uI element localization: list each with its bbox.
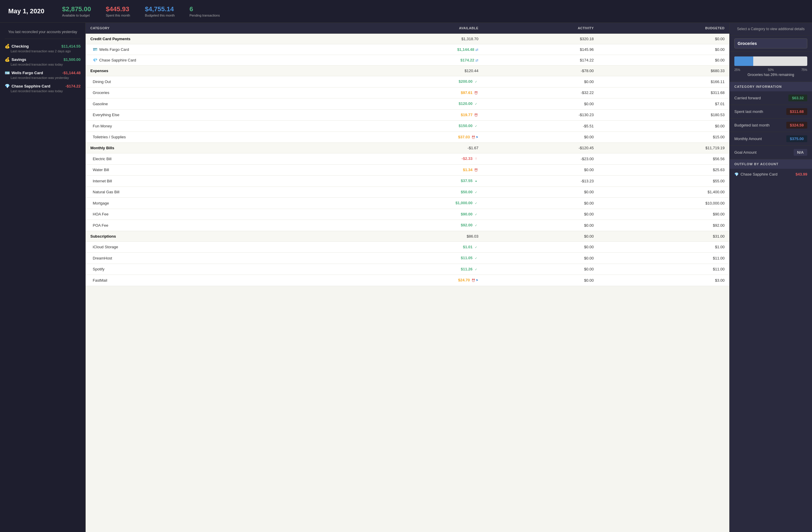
table-row[interactable]: Dining Out $200.00✓ $0.00 $166.11 bbox=[86, 76, 729, 87]
budgeted-cell: $10,000.00 bbox=[598, 198, 729, 209]
activity-cell: -$130.23 bbox=[483, 109, 598, 121]
table-row[interactable]: Toiletries / Supplies $37.03⏰⚑ $0.00 $15… bbox=[86, 131, 729, 143]
budgeted-cell: $1,400.00 bbox=[598, 186, 729, 198]
category-selector[interactable]: Groceries bbox=[730, 36, 812, 52]
table-row[interactable]: Gasoline $120.00✓ $0.00 $7.01 bbox=[86, 98, 729, 110]
table-row[interactable]: DreamHost $11.05✓ $0.00 $11.00 bbox=[86, 253, 729, 264]
account-savings[interactable]: 💰 Savings $1,500.00 Last recorded transa… bbox=[5, 57, 81, 66]
activity-cell: $0.00 bbox=[483, 186, 598, 198]
progress-area: 25% 50% 75% Groceries has 26% remaining bbox=[730, 52, 812, 82]
category-item-name[interactable]: Groceries bbox=[86, 87, 336, 98]
sync-icon[interactable]: ⇄ bbox=[475, 58, 478, 62]
table-header-row: CATEGORY AVAILABLE ACTIVITY BUDGETED bbox=[86, 23, 729, 34]
info-row: Spent last month $311.68 bbox=[730, 105, 812, 118]
account-checking[interactable]: 💰 Checking $11,414.55 Last recorded tran… bbox=[5, 44, 81, 53]
table-row[interactable]: iCloud Storage $1.01✓ $0.00 $1.00 bbox=[86, 241, 729, 253]
budgeted-cell: $1.00 bbox=[598, 241, 729, 253]
table-row[interactable]: Everything Else $19.77⏰ -$130.23 $180.53 bbox=[86, 109, 729, 121]
table-container: CATEGORY AVAILABLE ACTIVITY BUDGETED Cre… bbox=[86, 23, 729, 286]
category-item-name[interactable]: Toiletries / Supplies bbox=[86, 131, 336, 143]
stat-pending: 6 Pending transactions bbox=[190, 5, 220, 17]
category-item-name[interactable]: 💎Chase Sapphire Card bbox=[86, 55, 336, 66]
table-row[interactable]: Natural Gas Bill $50.00✓ $0.00 $1,400.00 bbox=[86, 186, 729, 198]
budgeted-cell: $31.00 bbox=[598, 231, 729, 241]
account-name-wells-fargo: 🪪 Wells Fargo Card bbox=[5, 70, 43, 75]
budgeted-cell: $56.56 bbox=[598, 153, 729, 165]
category-item-name[interactable]: Everything Else bbox=[86, 109, 336, 121]
budgeted-cell: $11.00 bbox=[598, 253, 729, 264]
category-item-name[interactable]: Natural Gas Bill bbox=[86, 186, 336, 198]
category-item-name[interactable]: Dining Out bbox=[86, 76, 336, 87]
right-panel: Select a Category to view additional det… bbox=[729, 23, 812, 532]
stat-available: $2,875.00 Available to budget bbox=[62, 5, 91, 17]
table-row[interactable]: Credit Card Payments $1,318.70 $320.18 $… bbox=[86, 34, 729, 44]
info-label: Budgeted last month bbox=[734, 123, 769, 127]
sync-icon[interactable]: ⇄ bbox=[475, 47, 478, 52]
budget-area[interactable]: CATEGORY AVAILABLE ACTIVITY BUDGETED Cre… bbox=[86, 23, 729, 532]
outflow-amount: $43.99 bbox=[796, 172, 807, 177]
category-item-name[interactable]: DreamHost bbox=[86, 253, 336, 264]
table-row[interactable]: Water Bill $1.34⏰ $0.00 $25.63 bbox=[86, 164, 729, 176]
table-row[interactable]: Mortgage $1,000.00✓ $0.00 $10,000.00 bbox=[86, 198, 729, 209]
category-item-name[interactable]: Water Bill bbox=[86, 164, 336, 176]
budgeted-cell: $0.00 bbox=[598, 44, 729, 55]
budgeted-cell: $7.01 bbox=[598, 98, 729, 110]
activity-cell: -$23.00 bbox=[483, 153, 598, 165]
check-icon: ✓ bbox=[474, 256, 478, 261]
outflow-header: OUTFLOW BY ACCOUNT bbox=[730, 159, 812, 169]
activity-cell: $0.00 bbox=[483, 220, 598, 231]
category-group-name: Subscriptions bbox=[86, 231, 336, 241]
category-item-name[interactable]: Spotify bbox=[86, 264, 336, 275]
category-item-name[interactable]: iCloud Storage bbox=[86, 241, 336, 253]
table-row[interactable]: Groceries $97.61⏰ -$32.22 $311.68 bbox=[86, 87, 729, 98]
account-chase[interactable]: 💎 Chase Sapphire Card -$174.22 Last reco… bbox=[5, 84, 81, 93]
table-row[interactable]: Electric Bill -$2.33! -$23.00 $56.56 bbox=[86, 153, 729, 165]
available-cell: $1,000.00✓ bbox=[336, 198, 483, 209]
table-row[interactable]: 🪪Wells Fargo Card $1,144.48⇄ $145.96 $0.… bbox=[86, 44, 729, 55]
table-row[interactable]: POA Fee $92.00✓ $0.00 $92.00 bbox=[86, 220, 729, 231]
available-cell: -$2.33! bbox=[336, 153, 483, 165]
budgeted-cell: $11.00 bbox=[598, 264, 729, 275]
card-icon: 🪪 bbox=[93, 47, 98, 52]
category-item-name[interactable]: 🪪Wells Fargo Card bbox=[86, 44, 336, 55]
budgeted-cell: $90.00 bbox=[598, 209, 729, 220]
account-balance-savings: $1,500.00 bbox=[63, 57, 81, 62]
activity-cell: -$32.22 bbox=[483, 87, 598, 98]
table-row[interactable]: Expenses $120.44 -$78.00 $680.33 bbox=[86, 66, 729, 76]
category-item-name[interactable]: FastMail bbox=[86, 275, 336, 286]
account-wells-fargo[interactable]: 🪪 Wells Fargo Card -$1,144.48 Last recor… bbox=[5, 70, 81, 80]
clock-icon: ⏰ bbox=[471, 278, 476, 283]
table-row[interactable]: HOA Fee $90.00✓ $0.00 $90.00 bbox=[86, 209, 729, 220]
table-row[interactable]: 💎Chase Sapphire Card $174.22⇄ $174.22 $0… bbox=[86, 55, 729, 66]
category-item-name[interactable]: Gasoline bbox=[86, 98, 336, 110]
available-cell: $200.00✓ bbox=[336, 76, 483, 87]
stat-budgeted: $4,755.14 Budgeted this month bbox=[145, 5, 175, 17]
alert-icon: ! bbox=[474, 157, 478, 162]
category-item-name[interactable]: POA Fee bbox=[86, 220, 336, 231]
outflow-rows: 💎 Chase Sapphire Card $43.99 bbox=[730, 169, 812, 180]
activity-cell: $0.00 bbox=[483, 164, 598, 176]
activity-cell: $145.96 bbox=[483, 44, 598, 55]
category-item-name[interactable]: Internet Bill bbox=[86, 176, 336, 187]
category-item-name[interactable]: Fun Money bbox=[86, 121, 336, 132]
table-row[interactable]: Fun Money $150.00✓ -$5.51 $0.00 bbox=[86, 121, 729, 132]
category-item-name[interactable]: Electric Bill bbox=[86, 153, 336, 165]
info-value: N/A bbox=[794, 149, 807, 156]
col-available: AVAILABLE bbox=[336, 23, 483, 34]
stat-spent-value: $445.93 bbox=[106, 5, 130, 13]
check-icon: ✓ bbox=[474, 80, 478, 84]
account-icon-savings: 💰 bbox=[5, 57, 10, 62]
category-item-name[interactable]: HOA Fee bbox=[86, 209, 336, 220]
table-row[interactable]: Monthly Bills -$1.67 -$120.45 $11,719.19 bbox=[86, 143, 729, 153]
category-item-name[interactable]: Mortgage bbox=[86, 198, 336, 209]
table-row[interactable]: Subscriptions $86.03 $0.00 $31.00 bbox=[86, 231, 729, 241]
available-cell: $37.03⏰⚑ bbox=[336, 131, 483, 143]
category-group-name: Monthly Bills bbox=[86, 143, 336, 153]
table-row[interactable]: Spotify $11.26✓ $0.00 $11.00 bbox=[86, 264, 729, 275]
progress-label-50: 50% bbox=[768, 68, 773, 71]
category-select[interactable]: Groceries bbox=[734, 39, 807, 48]
account-balance-checking: $11,414.55 bbox=[61, 44, 81, 48]
table-row[interactable]: FastMail $24.70⏰⚑ $0.00 $3.00 bbox=[86, 275, 729, 286]
table-row[interactable]: Internet Bill $37.55● -$13.23 $55.00 bbox=[86, 176, 729, 187]
budgeted-cell: $11,719.19 bbox=[598, 143, 729, 153]
